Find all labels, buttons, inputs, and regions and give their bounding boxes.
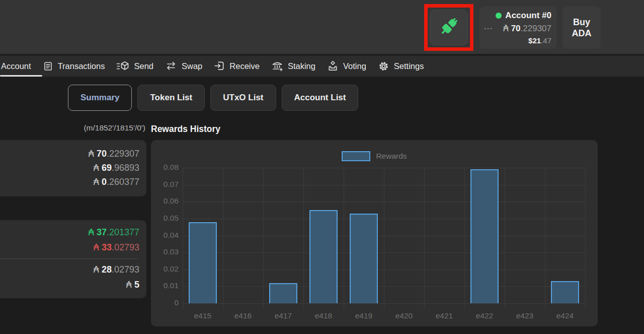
x-axis-label: e419 — [344, 311, 384, 320]
topbar: Account #0 ··· ₳ 70.229307 $21.47 Buy AD… — [0, 0, 644, 54]
reward-bar-e424 — [551, 281, 579, 303]
tab-utxo-list[interactable]: UTxO List — [210, 85, 276, 111]
dapp-connector-button[interactable] — [430, 10, 468, 45]
y-axis-label: 0.08 — [153, 163, 179, 172]
x-axis-label: e424 — [545, 311, 585, 320]
bank-plus-icon — [271, 60, 283, 72]
summary-tabs: Summary Token List UTxO List Account Lis… — [68, 85, 358, 111]
y-axis-label: 0.01 — [153, 281, 179, 290]
nav-item-staking[interactable]: Staking — [271, 55, 315, 77]
tab-account-list[interactable]: Account List — [282, 85, 359, 111]
x-axis-label: e420 — [384, 311, 424, 320]
funds-sent: ₳ 33.02793 — [0, 240, 139, 255]
funds-flow-card: ₳ 37.201377 ₳ 33.02793 ₳ 28.02793 ₳ 5 — [0, 220, 146, 298]
account-ellipsis: ··· — [484, 24, 493, 33]
account-status-dot — [496, 13, 502, 19]
x-axis-label: e418 — [303, 311, 344, 320]
main-navbar: Account Transactions Send — [0, 56, 644, 77]
chart-legend[interactable]: Rewards — [151, 151, 598, 162]
rewards-chart-panel: 0.080.070.060.050.040.030.020.010e415e41… — [151, 140, 598, 326]
funds-received: ₳ 37.201377 — [0, 225, 139, 240]
x-axis-label: e415 — [183, 311, 223, 320]
account-selector-button[interactable]: Account #0 ··· ₳ 70.229307 $21.47 — [479, 7, 557, 49]
x-gridline — [384, 168, 384, 309]
balance-total: ₳ 70.229307 — [0, 147, 139, 161]
rewards-bar-chart: 0.080.070.060.050.040.030.020.010e415e41… — [151, 140, 598, 326]
reward-bar-e415 — [189, 222, 217, 303]
y-axis-label: 0.04 — [153, 231, 179, 240]
legend-swatch — [342, 151, 370, 161]
nav-item-transactions[interactable]: Transactions — [43, 55, 105, 77]
x-axis-label: e421 — [424, 311, 464, 320]
balance-card: ₳ 70.229307 ₳ 69.96893 ₳ 0.260377 — [0, 140, 146, 196]
rewards-history-title: Rewards History — [151, 124, 220, 135]
reward-bar-e418 — [309, 210, 338, 303]
reward-bar-e422 — [470, 169, 499, 303]
x-axis-label: e417 — [263, 311, 303, 320]
legend-label: Rewards — [376, 152, 407, 161]
account-fiat-value: $21.47 — [484, 36, 551, 45]
y-axis-label: 0.07 — [153, 180, 179, 189]
nav-item-settings[interactable]: Settings — [378, 55, 424, 77]
buy-ada-button[interactable]: Buy ADA — [562, 7, 601, 49]
funds-net: ₳ 28.02793 — [0, 262, 139, 277]
tab-summary[interactable]: Summary — [68, 85, 132, 111]
document-icon — [43, 61, 53, 72]
x-axis-label: e416 — [223, 311, 263, 320]
nav-item-swap[interactable]: Swap — [165, 55, 202, 77]
account-name: Account #0 — [505, 11, 551, 21]
account-balance: ₳ 70.229307 — [503, 23, 551, 34]
receive-icon — [214, 60, 225, 72]
card-divider — [0, 258, 137, 259]
y-axis-label: 0.06 — [153, 196, 179, 206]
y-axis-label: 0.03 — [153, 247, 179, 256]
nav-item-account[interactable]: Account — [1, 55, 31, 77]
y-axis-label: 0 — [153, 298, 179, 307]
x-gridline — [303, 168, 304, 309]
x-gridline — [344, 168, 344, 309]
y-axis-label: 0.05 — [153, 214, 179, 223]
x-gridline — [223, 168, 223, 309]
balance-available: ₳ 69.96893 — [0, 161, 139, 175]
reward-bar-e417 — [269, 283, 297, 303]
wallet-app: Account #0 ··· ₳ 70.229307 $21.47 Buy AD… — [0, 0, 644, 334]
x-axis-label: e422 — [464, 311, 505, 320]
swap-icon — [165, 61, 177, 71]
ballot-icon — [327, 60, 339, 72]
x-gridline — [263, 168, 264, 309]
x-gridline — [464, 168, 465, 309]
x-gridline — [505, 168, 505, 309]
plug-icon — [438, 16, 459, 39]
active-nav-underline — [0, 75, 42, 77]
derivation-path: (m/1852'/1815'/0') — [0, 120, 146, 136]
nav-item-send[interactable]: Send — [116, 55, 153, 77]
nav-item-voting[interactable]: Voting — [327, 55, 366, 77]
tab-token-list[interactable]: Token List — [137, 85, 205, 111]
gear-icon — [378, 60, 389, 72]
highlight-annotation — [424, 4, 473, 51]
balance-rewards: ₳ 0.260377 — [0, 175, 139, 189]
send-icon — [116, 61, 129, 72]
reward-bar-e419 — [350, 214, 378, 303]
x-gridline — [424, 168, 425, 309]
x-axis-label: e423 — [505, 311, 545, 320]
y-axis-label: 0.02 — [153, 264, 179, 274]
x-gridline — [585, 168, 586, 309]
x-gridline — [183, 168, 183, 309]
nav-item-receive[interactable]: Receive — [214, 55, 260, 77]
funds-deposit: ₳ 5 — [0, 277, 139, 292]
x-gridline — [545, 168, 545, 309]
